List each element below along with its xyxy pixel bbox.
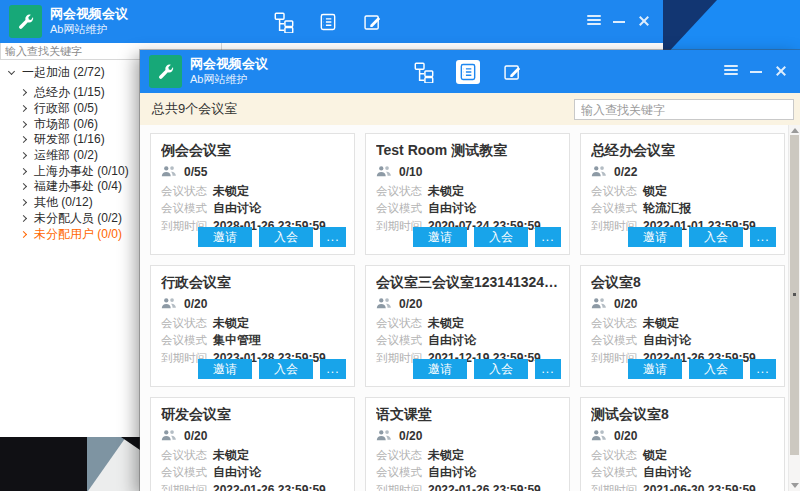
meeting-mode-label: 会议模式 — [591, 333, 643, 348]
meeting-status-row: 会议状态 未锁定 — [161, 317, 344, 330]
more-actions-button[interactable]: ... — [750, 359, 776, 379]
join-button[interactable]: 入会 — [689, 359, 743, 379]
meeting-status-row: 会议状态 未锁定 — [376, 449, 559, 462]
sidebar-tree-item[interactable]: 总经办 (1/15) — [0, 85, 140, 101]
vertical-scrollbar[interactable] — [788, 125, 800, 491]
join-button[interactable]: 入会 — [259, 227, 313, 247]
more-actions-button[interactable]: ... — [535, 227, 561, 247]
sidebar-tree-item[interactable]: 上海办事处 (0/10) — [0, 163, 140, 179]
meeting-mode-label: 会议模式 — [161, 201, 213, 216]
meeting-mode-value: 自由讨论 — [213, 464, 261, 481]
compose-edit-icon[interactable] — [500, 60, 524, 84]
meeting-room-card: 语文课堂 0/20 会议状态 未锁定 会议模式 自由讨论 到期时间 2022-0… — [365, 397, 570, 491]
sidebar-tree-item[interactable]: 市场部 (0/6) — [0, 116, 140, 132]
meeting-rooms-window: 网会视频会议 Ab网站维护 总共9个会议 — [140, 50, 800, 491]
more-actions-button[interactable]: ... — [320, 227, 346, 247]
org-structure-icon[interactable] — [272, 10, 296, 34]
participant-count-row: 0/20 — [161, 428, 344, 444]
bg-window-titlebar: 网会视频会议 Ab网站维护 — [0, 0, 663, 43]
bg-titlebar-icons — [272, 10, 384, 34]
minimize-button[interactable] — [611, 13, 627, 29]
sidebar-tree-item[interactable]: 未分配人员 (0/2) — [0, 211, 140, 227]
meeting-mode-value: 集中管理 — [213, 332, 261, 349]
participant-count: 0/55 — [184, 165, 207, 179]
meeting-status-value: 未锁定 — [213, 183, 249, 200]
join-button[interactable]: 入会 — [474, 227, 528, 247]
menu-button[interactable] — [586, 13, 602, 29]
app-titles: 网会视频会议 Ab网站维护 — [50, 5, 128, 36]
invite-button[interactable]: 邀请 — [198, 227, 252, 247]
tree-item-label: 未分配用户 (0/0) — [34, 226, 122, 243]
participant-count-row: 0/20 — [591, 296, 774, 312]
compose-edit-icon[interactable] — [360, 10, 384, 34]
meeting-mode-row: 会议模式 自由讨论 — [376, 334, 559, 347]
more-actions-button[interactable]: ... — [750, 227, 776, 247]
meeting-status-value: 锁定 — [643, 183, 667, 200]
rooms-grid: 例会会议室 0/55 会议状态 未锁定 会议模式 自由讨论 到期时间 2028-… — [150, 133, 785, 491]
participant-count: 0/10 — [399, 165, 422, 179]
meeting-status-value: 未锁定 — [213, 315, 249, 332]
join-button[interactable]: 入会 — [474, 359, 528, 379]
join-button[interactable]: 入会 — [689, 227, 743, 247]
meeting-mode-row: 会议模式 自由讨论 — [376, 202, 559, 215]
expire-time-value: 2022-01-26 23:59:59 — [428, 483, 541, 491]
participant-count-row: 0/20 — [376, 296, 559, 312]
meeting-mode-row: 会议模式 自由讨论 — [376, 466, 559, 479]
invite-button[interactable]: 邀请 — [628, 227, 682, 247]
meeting-list-icon[interactable] — [456, 60, 480, 84]
participant-count: 0/20 — [614, 297, 637, 311]
tree-item-label: 福建办事处 (0/4) — [34, 178, 122, 195]
more-actions-button[interactable]: ... — [535, 359, 561, 379]
chevron-right-icon — [20, 89, 27, 96]
scroll-down-arrow-icon[interactable] — [791, 483, 799, 488]
participants-icon — [591, 295, 607, 313]
invite-button[interactable]: 邀请 — [198, 359, 252, 379]
meeting-status-value: 未锁定 — [428, 183, 464, 200]
menu-button[interactable] — [723, 63, 739, 79]
org-structure-icon[interactable] — [412, 60, 436, 84]
invite-button[interactable]: 邀请 — [413, 359, 467, 379]
scroll-up-arrow-icon[interactable] — [791, 128, 799, 133]
invite-button[interactable]: 邀请 — [628, 359, 682, 379]
sidebar-tree-item[interactable]: 其他 (0/12) — [0, 195, 140, 211]
tree-root-item[interactable]: 一起加油 (2/72) — [0, 63, 140, 82]
sidebar-tree-item[interactable]: 运维部 (0/2) — [0, 148, 140, 164]
sidebar-tree-item[interactable]: 行政部 (0/5) — [0, 101, 140, 117]
close-button[interactable] — [636, 13, 652, 29]
sidebar-tree-item[interactable]: 未分配用户 (0/0) — [0, 226, 140, 242]
expire-time-value: 2022-01-26 23:59:59 — [213, 483, 326, 491]
tree-item-label: 市场部 (0/6) — [34, 116, 98, 133]
join-button[interactable]: 入会 — [259, 359, 313, 379]
room-name: 测试会议室8 — [591, 404, 774, 424]
meeting-status-row: 会议状态 锁定 — [591, 185, 774, 198]
participant-count-row: 0/10 — [376, 164, 559, 180]
meeting-status-row: 会议状态 未锁定 — [376, 317, 559, 330]
meeting-mode-row: 会议模式 自由讨论 — [161, 466, 344, 479]
participants-icon — [161, 295, 177, 313]
meeting-list-icon[interactable] — [316, 10, 340, 34]
meeting-status-label: 会议状态 — [591, 184, 643, 199]
participants-icon — [161, 427, 177, 445]
tree-root-label: 一起加油 (2/72) — [22, 64, 105, 81]
more-actions-button[interactable]: ... — [320, 359, 346, 379]
chevron-right-icon — [20, 230, 27, 237]
meeting-status-label: 会议状态 — [161, 184, 213, 199]
meeting-status-label: 会议状态 — [591, 448, 643, 463]
sidebar-tree-item[interactable]: 福建办事处 (0/4) — [0, 179, 140, 195]
sidebar-tree-item[interactable]: 研发部 (1/16) — [0, 132, 140, 148]
minimize-button[interactable] — [748, 63, 764, 79]
rooms-search-input[interactable] — [574, 99, 794, 120]
wallpaper-slate-triangle — [87, 437, 126, 491]
participant-count: 0/22 — [614, 165, 637, 179]
app-title: 网会视频会议 — [190, 55, 268, 72]
participants-icon — [376, 163, 392, 181]
meeting-status-value: 未锁定 — [428, 315, 464, 332]
scrollbar-thumb[interactable] — [790, 135, 799, 455]
invite-button[interactable]: 邀请 — [413, 227, 467, 247]
close-button[interactable] — [773, 63, 789, 79]
room-name: 总经办会议室 — [591, 140, 774, 160]
meeting-room-card: 研发会议室 0/20 会议状态 未锁定 会议模式 自由讨论 到期时间 2022-… — [150, 397, 355, 491]
org-tree: 一起加油 (2/72) 总经办 (1/15) 行政部 (0/5) 市场部 (0/… — [0, 63, 140, 242]
meeting-mode-row: 会议模式 自由讨论 — [591, 466, 774, 479]
chevron-right-icon — [20, 105, 27, 112]
